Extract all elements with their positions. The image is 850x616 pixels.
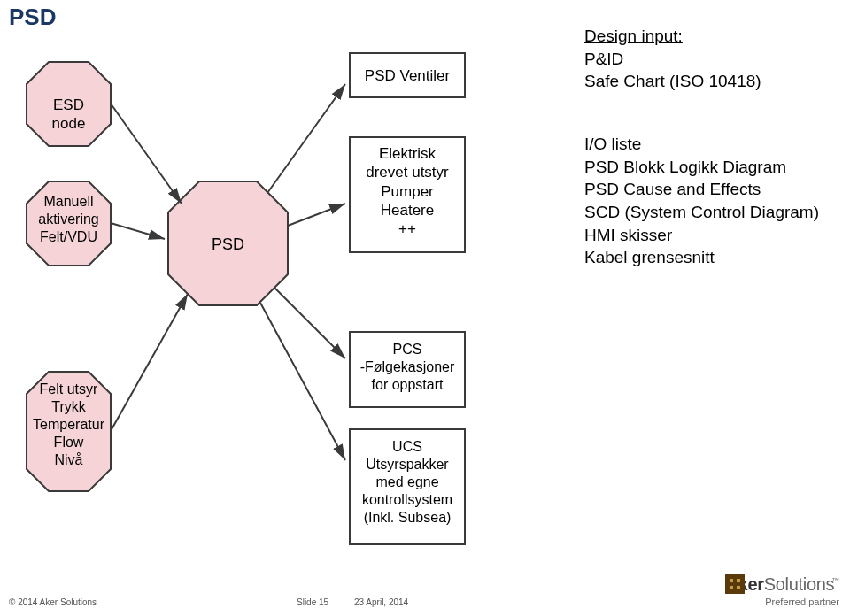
footer-date: 23 April, 2014 bbox=[354, 597, 408, 607]
output-item: I/O liste bbox=[584, 133, 819, 156]
output-item: Kabel grensesnitt bbox=[584, 246, 819, 269]
ucs-label: UCS Utsyrspakker med egne kontrollsystem… bbox=[350, 438, 465, 527]
svg-rect-1 bbox=[730, 579, 733, 582]
manuell-label: Manuell aktivering Felt/VDU bbox=[13, 193, 124, 246]
arrow-psd-elektrisk bbox=[288, 204, 345, 226]
logo-icon bbox=[725, 574, 745, 594]
output-item: HMI skisser bbox=[584, 224, 819, 247]
arrow-psd-ventiler bbox=[267, 84, 345, 193]
design-input-block: Design input: P&ID Safe Chart (ISO 10418… bbox=[584, 25, 761, 93]
arrow-psd-ucs bbox=[260, 303, 345, 460]
svg-rect-2 bbox=[737, 579, 740, 582]
design-item: P&ID bbox=[584, 48, 761, 71]
esd-node-label: ESD node bbox=[35, 96, 102, 134]
output-item: PSD Cause and Effects bbox=[584, 178, 819, 201]
svg-rect-0 bbox=[725, 574, 745, 594]
felt-utsyr-label: Felt utsyr Trykk Temperatur Flow Nivå bbox=[13, 381, 124, 469]
footer-copyright: © 2014 Aker Solutions bbox=[9, 597, 97, 607]
logo-tm: ™ bbox=[831, 576, 839, 585]
footer-slide: Slide 15 bbox=[297, 597, 328, 607]
svg-rect-4 bbox=[737, 586, 740, 589]
logo-brand-b: Solutions bbox=[764, 574, 835, 594]
elektrisk-label: Elektrisk drevet utstyr Pumper Heatere +… bbox=[350, 144, 465, 238]
aker-logo: AkerSolutions™ bbox=[725, 574, 839, 595]
output-item: PSD Blokk Logikk Diagram bbox=[584, 156, 819, 179]
arrow-esd-psd bbox=[111, 104, 182, 204]
output-item: SCD (System Control Diagram) bbox=[584, 201, 819, 224]
psd-center-label: PSD bbox=[168, 235, 288, 255]
outputs-block: I/O liste PSD Blokk Logikk Diagram PSD C… bbox=[584, 133, 819, 269]
pcs-label: PCS -Følgekasjoner for oppstart bbox=[350, 341, 465, 394]
footer-preferred: Preferred partner bbox=[765, 597, 839, 607]
psd-ventiler-label: PSD Ventiler bbox=[350, 66, 465, 85]
svg-rect-3 bbox=[730, 586, 733, 589]
design-item: Safe Chart (ISO 10418) bbox=[584, 70, 761, 93]
design-heading: Design input: bbox=[584, 25, 761, 48]
